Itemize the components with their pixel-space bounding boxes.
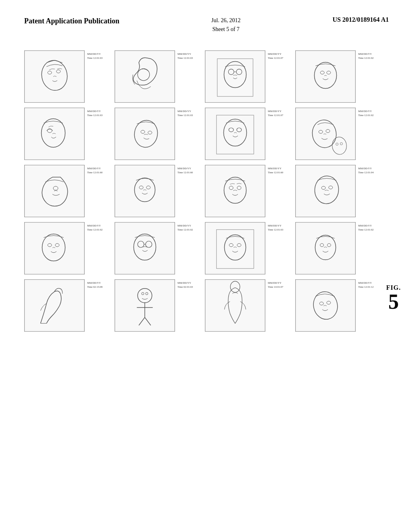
image-5-4 [295,279,356,332]
meta-1-2: MM/DD/YY Time 12:01:03 [177,52,193,60]
patent-title: Patent Application Publication [24,16,119,26]
image-1-1 [24,50,85,103]
sketch-5-3 [205,280,265,331]
sketch-4-2 [115,222,175,274]
image-1-2 [115,50,175,103]
image-4-2 [115,222,175,274]
card-5-3: MM/DD/YY Time 14:01:07 [205,279,290,332]
meta-5-2: MM/DD/YY Time 02:01:03 [177,281,193,289]
image-5-1 [24,279,85,332]
sketch-4-1 [25,222,84,274]
image-2-3 [205,108,265,160]
sketch-2-3 [205,108,265,160]
svg-rect-69 [25,280,84,331]
meta-3-2: MM/DD/YY Time 12:01:60 [177,166,193,175]
patent-number: US 2012/0189164 A1 [332,16,389,23]
card-3-3: MM/DD/YY Time 12:01:60 [205,165,290,217]
meta-5-4: MM/DD/YY Time 12:01:12 [358,281,373,289]
card-2-2: MM/DD/YY Time 12:01:03 [115,108,199,160]
meta-1-4: MM/DD/YY Time 12:01:02 [358,52,373,60]
svg-rect-14 [296,51,355,102]
svg-rect-0 [25,51,84,102]
card-5-1: MM/DD/YY Time 02:15:09 [24,279,109,332]
meta-2-1: MM/DD/YY Time 12:01:03 [87,109,102,117]
image-2-2 [115,108,175,160]
svg-rect-47 [296,165,355,217]
svg-rect-37 [25,165,84,217]
card-4-1: MM/DD/YY Time 12:01:02 [24,222,109,274]
svg-rect-51 [25,222,84,274]
image-3-1 [24,165,85,217]
svg-rect-21 [115,108,175,160]
meta-3-3: MM/DD/YY Time 12:01:60 [268,166,283,175]
card-2-3: MM/DD/YY Time 12:01:07 [205,108,290,160]
card-1-1: MM/DD/YY Time 12:01:03 [24,50,109,103]
sketch-1-3 [205,51,265,102]
meta-1-1: MM/DD/YY Time 12:01:03 [87,52,102,60]
meta-2-4: MM/DD/YY Time 12:01:02 [358,109,373,117]
grid-row-2: MM/DD/YY Time 12:01:03 [0,108,413,160]
card-3-2: MM/DD/YY Time 12:01:60 [115,165,199,217]
card-1-2: MM/DD/YY Time 12:01:03 [115,50,199,103]
card-5-2: MM/DD/YY Time 02:01:03 [115,279,199,332]
card-5-4: MM/DD/YY Time 12:01:12 [295,279,380,332]
image-grid: MM/DD/YY Time 12:01:03 [0,42,413,332]
meta-4-2: MM/DD/YY Time 12:01:02 [177,224,193,232]
svg-rect-55 [115,222,175,274]
image-4-1 [24,222,85,274]
card-4-2: MM/DD/YY Time 12:01:02 [115,222,199,274]
meta-4-1: MM/DD/YY Time 12:01:02 [87,224,102,232]
sketch-5-2 [115,280,175,331]
sketch-1-2 [115,51,175,102]
figure-label: FIG. 5 [386,284,401,312]
svg-rect-60 [205,222,265,274]
sketch-2-4 [296,108,355,160]
sketch-2-2 [115,108,175,160]
meta-4-4: MM/DD/YY Time 12:01:02 [358,224,373,232]
card-3-1: MM/DD/YY Time 12:01:60 [24,165,109,217]
patent-page: Patent Application Publication Jul. 26, … [0,0,413,532]
image-3-4 [295,165,356,217]
image-3-2 [115,165,175,217]
card-2-1: MM/DD/YY Time 12:01:03 [24,108,109,160]
svg-rect-43 [205,165,265,217]
image-3-3 [205,165,265,217]
sketch-3-3 [205,165,265,217]
sketch-3-1 [25,165,84,217]
sketch-3-2 [115,165,175,217]
meta-1-3: MM/DD/YY Time 12:01:07 [268,52,283,60]
image-1-4 [295,50,356,103]
grid-row-3: MM/DD/YY Time 12:01:60 [0,165,413,217]
grid-row-1: MM/DD/YY Time 12:01:03 [0,50,413,103]
svg-rect-65 [296,222,355,274]
sketch-1-4 [296,51,355,102]
svg-rect-8 [205,51,265,102]
sketch-3-4 [296,165,355,217]
image-5-2 [115,279,175,332]
grid-row-5: MM/DD/YY Time 02:15:09 [0,279,413,332]
meta-2-3: MM/DD/YY Time 12:01:07 [268,109,283,117]
svg-rect-18 [25,108,84,160]
meta-2-2: MM/DD/YY Time 12:01:03 [177,109,193,117]
svg-rect-39 [115,165,175,217]
card-2-4: MM/DD/YY Time 12:01:02 [295,108,380,160]
meta-3-1: MM/DD/YY Time 12:01:60 [87,166,102,175]
sketch-2-1 [25,108,84,160]
svg-rect-6 [115,51,175,102]
grid-row-4: MM/DD/YY Time 12:01:02 [0,222,413,274]
image-5-3 [205,279,265,332]
header-center-info: Jul. 26, 2012 Sheet 5 of 7 [211,16,240,34]
svg-rect-25 [205,108,265,160]
sketch-1-1 [25,51,84,102]
image-2-4 [295,108,356,160]
sketch-4-4 [296,222,355,274]
sketch-5-1 [25,280,84,331]
card-4-4: MM/DD/YY Time 12:01:02 [295,222,380,274]
image-4-3 [205,222,265,274]
publication-date: Jul. 26, 2012 [211,17,240,23]
meta-4-3: MM/DD/YY Time 12:01:03 [268,224,283,232]
meta-5-1: MM/DD/YY Time 02:15:09 [87,281,102,289]
image-4-4 [295,222,356,274]
card-1-3: MM/DD/YY Time 12:01:07 [205,50,290,103]
card-4-3: MM/DD/YY Time 12:01:03 [205,222,290,274]
